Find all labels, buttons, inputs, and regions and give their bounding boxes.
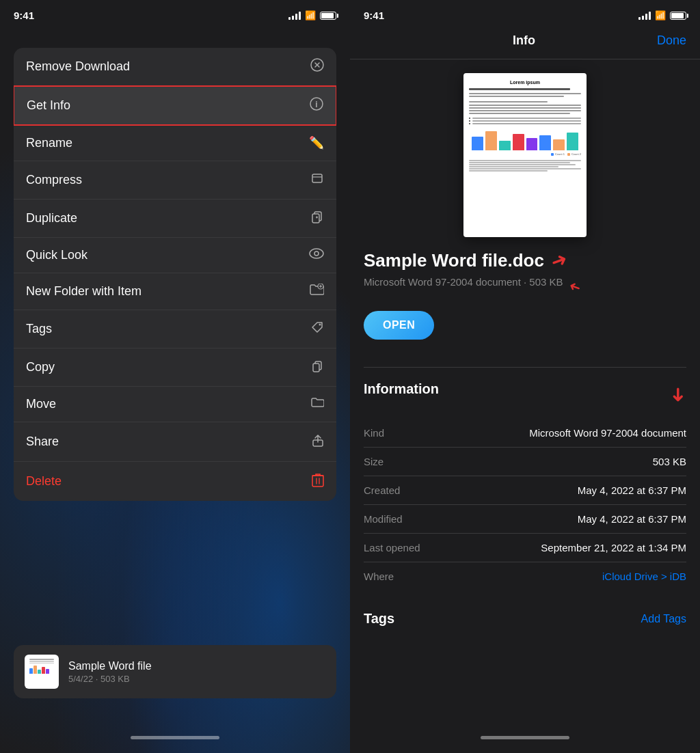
svg-rect-20: [312, 476, 323, 487]
file-item-card[interactable]: Sample Word file 5/4/22 · 503 KB: [14, 645, 336, 698]
file-info: Sample Word file 5/4/22 · 503 KB: [68, 660, 325, 684]
menu-item-get-info[interactable]: Get Info i: [14, 85, 336, 126]
size-value: 503 KB: [653, 456, 686, 467]
info-row-kind: Kind Microsoft Word 97‑2004 document: [364, 419, 686, 448]
kind-value: Microsoft Word 97‑2004 document: [529, 427, 686, 439]
new-folder-icon: [309, 284, 324, 299]
svg-rect-18: [313, 364, 319, 372]
add-tags-button[interactable]: Add Tags: [641, 613, 686, 625]
open-button[interactable]: OPEN: [364, 311, 434, 340]
preview-chart-legend: Count 1 Count 2: [469, 152, 581, 156]
svg-text:i: i: [315, 100, 317, 109]
where-label: Where: [364, 571, 394, 582]
left-panel: 9:41 📶 Remove Download: [0, 0, 350, 753]
right-time: 9:41: [364, 10, 384, 21]
arrow-up-icon: ➜: [566, 277, 582, 297]
where-value[interactable]: iCloud Drive > iDB: [602, 571, 686, 582]
menu-item-move[interactable]: Move: [14, 387, 336, 422]
wifi-icon: 📶: [305, 10, 316, 20]
file-meta: 5/4/22 · 503 KB: [68, 674, 325, 684]
divider: [364, 367, 686, 368]
rename-icon: ✏️: [309, 135, 324, 150]
svg-point-12: [314, 251, 319, 256]
battery-icon: [320, 12, 336, 20]
doc-preview-card: Lorem ipsum: [463, 73, 587, 237]
context-menu: Remove Download Get Info i Rename: [14, 48, 336, 501]
remove-download-icon: [310, 58, 324, 75]
arrow-right-icon: ➜: [548, 247, 570, 274]
done-button[interactable]: Done: [657, 33, 686, 48]
preview-doc-title: Lorem ipsum: [469, 80, 581, 85]
menu-item-duplicate[interactable]: Duplicate: [14, 200, 336, 238]
menu-item-remove-download[interactable]: Remove Download: [14, 48, 336, 86]
filename-row: Sample Word file.doc ➜: [364, 249, 686, 272]
right-home-indicator: [481, 736, 569, 739]
menu-item-share[interactable]: Share: [14, 422, 336, 462]
info-title: Info: [391, 33, 657, 48]
info-row-last-opened: Last opened September 21, 2022 at 1:34 P…: [364, 534, 686, 562]
size-label: Size: [364, 456, 383, 467]
kind-label: Kind: [364, 427, 384, 439]
move-icon: [310, 397, 324, 411]
file-name: Sample Word file: [68, 660, 325, 672]
created-label: Created: [364, 484, 400, 496]
info-row-modified: Modified May 4, 2022 at 6:37 PM: [364, 505, 686, 534]
info-row-created: Created May 4, 2022 at 6:37 PM: [364, 476, 686, 505]
tags-icon: [310, 320, 324, 338]
duplicate-icon: [310, 210, 324, 227]
doc-preview: Lorem ipsum: [364, 73, 686, 237]
menu-item-copy[interactable]: Copy: [14, 348, 336, 387]
last-opened-value: September 21, 2022 at 1:34 PM: [541, 542, 686, 553]
information-title: Information: [364, 381, 439, 397]
file-type-info: Microsoft Word 97-2004 document · 503 KB: [364, 276, 563, 288]
delete-icon: [312, 472, 324, 491]
right-header: Info Done: [350, 27, 700, 59]
right-signal-icon: [638, 12, 651, 20]
right-battery-icon: [670, 12, 686, 20]
filename-text: Sample Word file.doc: [364, 250, 544, 271]
compress-icon: [310, 172, 324, 189]
arrow-down-icon: ➜: [667, 387, 690, 402]
modified-label: Modified: [364, 513, 403, 525]
info-row-where: Where iCloud Drive > iDB: [364, 562, 686, 590]
tags-section: Tags Add Tags: [364, 604, 686, 627]
signal-icon: [288, 12, 301, 20]
share-icon: [312, 433, 324, 451]
svg-rect-5: [312, 174, 322, 182]
svg-point-16: [319, 324, 321, 326]
left-time: 9:41: [14, 10, 34, 21]
left-home-indicator: [131, 736, 219, 739]
file-thumbnail: [25, 655, 59, 689]
menu-item-tags[interactable]: Tags: [14, 310, 336, 348]
created-value: May 4, 2022 at 6:37 PM: [578, 484, 686, 496]
preview-chart: [469, 130, 581, 150]
menu-item-compress[interactable]: Compress: [14, 161, 336, 200]
right-content: Lorem ipsum: [350, 59, 700, 753]
quick-look-icon: [309, 248, 324, 262]
right-status-bar: 9:41 📶: [350, 0, 700, 27]
tags-label: Tags: [364, 611, 394, 627]
left-status-bar: 9:41 📶: [0, 0, 350, 27]
svg-rect-8: [312, 214, 319, 223]
copy-icon: [310, 359, 324, 376]
last-opened-label: Last opened: [364, 542, 420, 553]
right-status-icons: 📶: [638, 10, 686, 20]
menu-item-new-folder[interactable]: New Folder with Item: [14, 273, 336, 310]
left-status-icons: 📶: [288, 10, 336, 20]
modified-value: May 4, 2022 at 6:37 PM: [578, 513, 686, 525]
menu-item-quick-look[interactable]: Quick Look: [14, 238, 336, 273]
get-info-icon: i: [310, 97, 323, 114]
menu-item-rename[interactable]: Rename ✏️: [14, 125, 336, 161]
menu-item-delete[interactable]: Delete: [14, 462, 336, 501]
info-row-size: Size 503 KB: [364, 448, 686, 476]
right-panel: 9:41 📶 Info Done Lorem ipsum: [350, 0, 700, 753]
information-section: Information ➜ Kind Microsoft Word 97‑200…: [364, 381, 686, 590]
right-wifi-icon: 📶: [655, 10, 666, 20]
svg-point-11: [310, 249, 323, 258]
